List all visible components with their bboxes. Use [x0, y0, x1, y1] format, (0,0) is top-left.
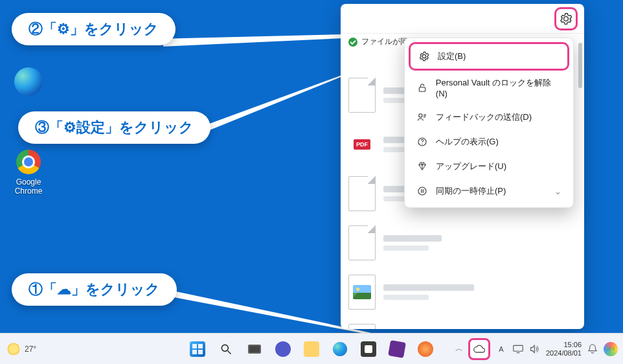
bell-icon	[588, 344, 597, 354]
speaker-icon	[530, 345, 540, 354]
menu-item-label: 設定(B)	[438, 51, 466, 62]
menu-item-label: フィードバックの送信(D)	[436, 111, 532, 123]
taskbar: 27° ︿ A 15:06 2024/08/01 PR	[0, 333, 623, 364]
menu-item-gear[interactable]: 設定(B)	[409, 42, 569, 71]
tray-notifications[interactable]	[587, 343, 598, 355]
tray-volume[interactable]	[529, 343, 541, 355]
chrome-icon	[16, 150, 41, 174]
file-date-placeholder	[383, 245, 429, 251]
svg-rect-9	[514, 345, 523, 351]
svg-point-7	[221, 345, 228, 351]
taskbar-app-orange[interactable]	[414, 338, 436, 360]
desktop-icon-edge[interactable]	[5, 67, 52, 97]
tray-language[interactable]: A	[495, 343, 507, 355]
taskbar-explorer[interactable]	[300, 338, 323, 360]
menu-item-pause[interactable]: 同期の一時停止(P)⌄	[409, 179, 569, 203]
file-name-placeholder	[383, 284, 474, 291]
help-icon	[416, 136, 428, 148]
taskbar-search[interactable]	[215, 338, 237, 360]
gear-icon	[418, 51, 430, 62]
svg-point-3	[422, 144, 422, 144]
taskbar-edge[interactable]	[329, 338, 351, 360]
tray-app-pre[interactable]: PRE	[604, 342, 618, 356]
taskview-icon	[248, 345, 261, 354]
menu-item-help[interactable]: ヘルプの表示(G)	[409, 130, 569, 154]
menu-item-label: ヘルプの表示(G)	[436, 136, 499, 148]
taskbar-visualstudio[interactable]	[386, 338, 408, 360]
scrollbar-thumb[interactable]	[578, 43, 582, 88]
start-button[interactable]	[187, 338, 209, 360]
file-row[interactable]	[348, 324, 576, 329]
windows-icon	[190, 341, 205, 357]
display-icon	[513, 345, 523, 354]
settings-menu: 設定(B)Personal Vault のロックを解除(N)フィードバックの送信…	[404, 38, 574, 208]
pause-icon	[416, 185, 428, 197]
taskbar-right: ︿ A 15:06 2024/08/01 PRE	[455, 338, 618, 360]
file-date-placeholder	[383, 295, 429, 300]
image-icon	[348, 275, 376, 310]
store-icon	[361, 341, 376, 357]
menu-item-lock[interactable]: Personal Vault のロックを解除(N)	[409, 71, 569, 105]
menu-item-feedback[interactable]: フィードバックの送信(D)	[409, 105, 569, 130]
menu-item-label: アップグレード(U)	[436, 161, 506, 172]
tray-onedrive-button[interactable]	[468, 338, 490, 360]
diamond-icon	[416, 161, 428, 172]
lock-icon	[416, 82, 428, 94]
pdf-icon: PDF	[348, 127, 376, 162]
cloud-icon	[473, 345, 486, 354]
file-meta	[383, 235, 576, 251]
edge-icon	[14, 67, 43, 96]
document-icon	[348, 225, 376, 260]
task-view-button[interactable]	[244, 338, 266, 360]
flyout-scrollbar[interactable]	[578, 39, 582, 325]
settings-gear-button[interactable]	[554, 7, 578, 30]
gear-icon	[560, 12, 572, 25]
taskbar-weather[interactable]: 27°	[6, 342, 36, 356]
svg-point-1	[419, 114, 422, 117]
flyout-header	[341, 4, 584, 34]
search-icon	[220, 343, 232, 356]
svg-point-4	[418, 187, 426, 195]
desktop-icon-chrome[interactable]: Google Chrome	[5, 148, 52, 196]
menu-item-diamond[interactable]: アップグレード(U)	[409, 154, 569, 179]
annotation-step2: ②「⚙」をクリック	[12, 13, 176, 45]
image-icon	[348, 324, 376, 329]
weather-icon	[6, 342, 21, 356]
desktop-icon-label: Google Chrome	[5, 177, 52, 196]
taskbar-chat[interactable]	[272, 338, 294, 360]
chevron-down-icon: ⌄	[554, 187, 561, 196]
edge-icon	[333, 342, 347, 356]
tray-network[interactable]	[512, 343, 524, 355]
file-name-placeholder	[383, 235, 442, 242]
menu-item-label: 同期の一時停止(P)	[436, 185, 506, 197]
file-row[interactable]	[348, 225, 576, 260]
file-meta	[383, 284, 576, 300]
visualstudio-icon	[388, 340, 406, 358]
weather-temp: 27°	[25, 345, 36, 354]
file-row[interactable]	[348, 275, 576, 310]
tray-overflow-button[interactable]: ︿	[455, 343, 463, 354]
feedback-icon	[416, 111, 428, 123]
ubuntu-icon	[418, 341, 433, 357]
annotation-step3: ③「⚙設定」をクリック	[18, 111, 210, 144]
annotation-step1: ①「☁」をクリック	[12, 273, 177, 306]
document-icon	[348, 176, 376, 211]
svg-line-8	[228, 350, 231, 354]
check-icon	[348, 38, 357, 47]
taskbar-center	[187, 338, 436, 360]
document-icon	[348, 78, 376, 113]
chat-icon	[275, 341, 291, 357]
taskbar-store[interactable]	[357, 338, 379, 360]
folder-icon	[304, 341, 319, 357]
menu-item-label: Personal Vault のロックを解除(N)	[436, 77, 561, 98]
clock-date: 2024/08/01	[546, 349, 582, 358]
svg-rect-0	[419, 87, 425, 91]
clock-time: 15:06	[546, 341, 582, 349]
taskbar-clock[interactable]: 15:06 2024/08/01	[546, 341, 582, 357]
